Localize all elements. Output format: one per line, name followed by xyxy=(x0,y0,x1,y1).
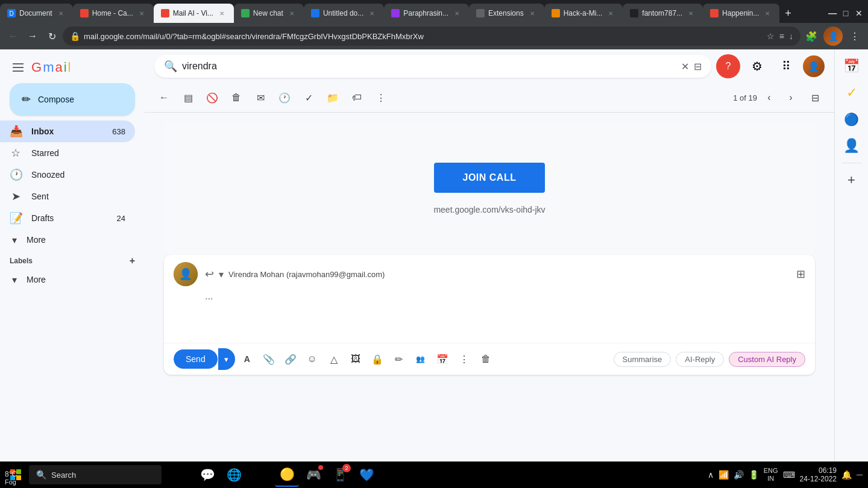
sidebar-item-starred[interactable]: ☆ Starred xyxy=(0,142,135,164)
address-bar[interactable]: 🔒 mail.google.com/mail/u/0/?tab=rm&ogbl#… xyxy=(63,27,800,46)
tab-close-happening[interactable]: ✕ xyxy=(763,8,772,18)
schedule-send-icon[interactable]: 📅 xyxy=(433,349,452,369)
taskbar-search-bar[interactable]: 🔍 Search xyxy=(29,465,162,484)
send-button[interactable]: Send xyxy=(174,349,218,369)
archive-button[interactable]: ▤ xyxy=(178,88,198,107)
google-contacts-panel-icon[interactable]: 👤 xyxy=(840,134,864,158)
settings-icon[interactable]: ⚙ xyxy=(745,54,769,78)
taskbar-app-vscode[interactable]: 💙 xyxy=(354,463,379,487)
language-indicator[interactable]: ENG IN xyxy=(764,467,778,483)
search-input[interactable] xyxy=(182,61,676,72)
tab-close-paraphrase[interactable]: ✕ xyxy=(452,8,462,18)
custom-ai-reply-chip[interactable]: Custom AI Reply xyxy=(729,352,805,367)
summarise-chip[interactable]: Summarise xyxy=(614,352,671,367)
forward-button[interactable]: → xyxy=(24,28,41,45)
taskbar-app-chrome[interactable]: 🟡 xyxy=(275,463,299,487)
tab-untitled[interactable]: Untitled do... ✕ xyxy=(304,4,384,23)
insert-photo-icon[interactable]: 🖼 xyxy=(346,349,365,369)
collaborate-icon[interactable]: 👥 xyxy=(411,349,430,369)
print-button[interactable]: ⊟ xyxy=(805,88,825,107)
ai-reply-chip[interactable]: AI-Reply xyxy=(676,352,724,367)
add-label-button[interactable]: + xyxy=(130,255,135,266)
tab-close-home[interactable]: ✕ xyxy=(137,8,146,18)
gmail-account-icon[interactable]: ? xyxy=(716,54,740,78)
add-panel-button[interactable]: + xyxy=(840,168,864,192)
tab-close-gmail[interactable]: ✕ xyxy=(217,8,227,18)
add-task-button[interactable]: ✓ xyxy=(299,88,318,107)
battery-icon[interactable]: 🔋 xyxy=(749,470,759,480)
profile-icon[interactable]: 👤 xyxy=(823,27,843,46)
tab-document[interactable]: D Document ✕ xyxy=(0,4,73,23)
discard-draft-icon[interactable]: 🗑 xyxy=(476,349,495,369)
back-to-list-button[interactable]: ← xyxy=(154,88,174,107)
confidential-icon[interactable]: 🔒 xyxy=(368,349,387,369)
taskbar-chevron-up-icon[interactable]: ∧ xyxy=(708,470,714,480)
tab-close-untitled[interactable]: ✕ xyxy=(367,8,377,18)
reply-more-icon[interactable]: ▾ xyxy=(219,269,224,280)
tab-home[interactable]: Home - Ca... ✕ xyxy=(73,4,154,23)
send-dropdown-button[interactable]: ▾ xyxy=(218,348,235,370)
tab-close-fantom[interactable]: ✕ xyxy=(686,8,696,18)
insert-link-icon[interactable]: 🔗 xyxy=(281,349,300,369)
emoji-icon[interactable]: ☺ xyxy=(303,349,322,369)
tab-close-extensions[interactable]: ✕ xyxy=(527,8,537,18)
tab-hack[interactable]: Hack-a-Mi... ✕ xyxy=(544,4,623,23)
meet-link[interactable]: meet.google.com/vks-oihd-jkv xyxy=(433,205,545,214)
reply-expand-icon[interactable]: ⊞ xyxy=(796,267,805,281)
attach-file-icon[interactable]: 📎 xyxy=(259,349,278,369)
new-tab-button[interactable]: + xyxy=(779,5,796,22)
tab-happening[interactable]: Happenin... ✕ xyxy=(703,4,779,23)
sidebar-menu-icon[interactable] xyxy=(10,59,27,76)
delete-email-button[interactable]: 🗑 xyxy=(227,88,246,107)
notification-icon[interactable]: 🔔 xyxy=(841,470,852,480)
sidebar-item-drafts[interactable]: 📝 Drafts 24 xyxy=(0,207,135,229)
user-avatar[interactable]: 👤 xyxy=(803,55,825,77)
taskbar-app-discord[interactable]: 🎮 xyxy=(301,463,326,487)
tab-paraphrase[interactable]: Paraphrasin... ✕ xyxy=(384,4,469,23)
snooze-button[interactable]: 🕐 xyxy=(275,88,294,107)
sidebar-item-inbox[interactable]: 📥 Inbox 638 xyxy=(0,120,135,142)
drive-icon[interactable]: △ xyxy=(324,349,344,369)
google-keep-panel-icon[interactable]: 🔵 xyxy=(840,107,864,131)
sidebar-item-sent[interactable]: ➤ Sent xyxy=(0,186,135,207)
tab-close-hack[interactable]: ✕ xyxy=(606,8,615,18)
prev-email-button[interactable]: ‹ xyxy=(760,88,779,107)
more-options-icon[interactable]: ⋮ xyxy=(454,349,474,369)
taskbar-app-edge[interactable]: 🌐 xyxy=(222,463,246,487)
reply-body-input[interactable] xyxy=(164,307,815,343)
format-text-icon[interactable]: A xyxy=(237,349,257,369)
search-clear-icon[interactable]: ✕ xyxy=(681,61,689,72)
close-button[interactable]: ✕ xyxy=(855,9,863,17)
search-bar[interactable]: 🔍 ✕ ⊟ xyxy=(154,55,711,78)
network-icon[interactable]: 📶 xyxy=(719,470,729,480)
tab-newchat[interactable]: New chat ✕ xyxy=(234,4,304,23)
tab-close-document[interactable]: ✕ xyxy=(56,8,66,18)
next-email-button[interactable]: › xyxy=(781,88,800,107)
reader-mode-icon[interactable]: ≡ xyxy=(779,31,784,41)
taskbar-app-whatsapp[interactable]: 📱 2 xyxy=(328,463,352,487)
search-filter-icon[interactable]: ⊟ xyxy=(694,61,702,72)
sidebar-item-snoozed[interactable]: 🕐 Snoozed xyxy=(0,164,135,186)
volume-icon[interactable]: 🔊 xyxy=(734,470,744,480)
join-call-button[interactable]: JOIN CALL xyxy=(434,163,546,193)
download-icon[interactable]: ↓ xyxy=(789,31,793,41)
maximize-button[interactable]: □ xyxy=(841,9,850,17)
back-button[interactable]: ← xyxy=(5,28,22,45)
google-calendar-panel-icon[interactable]: 📅 xyxy=(840,54,864,78)
google-apps-icon[interactable]: ⠿ xyxy=(774,54,798,78)
show-desktop-button[interactable]: | xyxy=(857,474,863,476)
taskbar-time-date[interactable]: 06:19 24-12-2022 xyxy=(800,466,837,483)
tab-close-newchat[interactable]: ✕ xyxy=(287,8,297,18)
taskbar-app-file-explorer[interactable]: 🗂 xyxy=(169,463,193,487)
move-to-button[interactable]: 📁 xyxy=(323,88,342,107)
minimize-button[interactable]: ─ xyxy=(828,9,837,17)
compose-button[interactable]: ✏ Compose xyxy=(10,83,135,116)
spam-button[interactable]: 🚫 xyxy=(203,88,222,107)
tab-gmail[interactable]: Mail AI - Vi... ✕ xyxy=(154,4,234,23)
signature-icon[interactable]: ✏ xyxy=(389,349,409,369)
bookmark-star-icon[interactable]: ☆ xyxy=(767,31,775,41)
google-tasks-panel-icon[interactable]: ✓ xyxy=(840,81,864,105)
reply-icon[interactable]: ↩ xyxy=(205,267,214,281)
chrome-menu-icon[interactable]: ⋮ xyxy=(846,28,863,45)
reload-button[interactable]: ↻ xyxy=(43,28,60,45)
